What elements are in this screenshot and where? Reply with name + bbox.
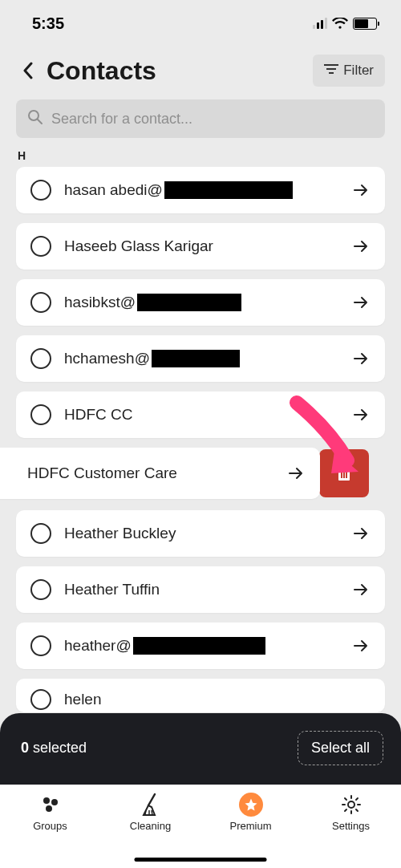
- contact-name: HDFC Customer Care: [27, 464, 273, 482]
- select-radio[interactable]: [30, 579, 51, 600]
- filter-label: Filter: [343, 63, 374, 79]
- contact-name: Haseeb Glass Karigar: [64, 237, 338, 255]
- svg-line-4: [38, 120, 42, 124]
- filter-button[interactable]: Filter: [313, 55, 385, 87]
- select-radio[interactable]: [30, 180, 51, 201]
- select-radio[interactable]: [30, 523, 51, 544]
- svg-rect-7: [342, 461, 346, 464]
- contact-row[interactable]: hasibkst@: [16, 279, 385, 326]
- svg-point-3: [29, 111, 38, 120]
- trash-icon: [334, 461, 354, 485]
- redacted: [152, 350, 240, 367]
- delete-button[interactable]: [319, 449, 369, 497]
- contact-name: heather@: [64, 637, 338, 655]
- select-radio[interactable]: [30, 635, 51, 656]
- chevron-right-icon[interactable]: [351, 293, 371, 312]
- status-icons: [313, 18, 377, 30]
- chevron-right-icon[interactable]: [351, 580, 371, 599]
- select-radio[interactable]: [30, 689, 51, 710]
- star-icon: [239, 793, 263, 817]
- page-title: Contacts: [47, 56, 303, 86]
- select-radio[interactable]: [30, 404, 51, 425]
- tab-label: Groups: [33, 820, 67, 832]
- contact-row[interactable]: Heather Buckley: [16, 510, 385, 557]
- svg-line-17: [152, 810, 152, 815]
- contact-name: hchamesh@: [64, 350, 338, 367]
- tab-label: Premium: [229, 820, 271, 832]
- selection-bar: 0 selected Select all: [0, 713, 401, 785]
- battery-icon: [353, 18, 377, 30]
- tab-settings[interactable]: Settings: [319, 793, 383, 832]
- svg-line-15: [145, 810, 146, 815]
- header: Contacts Filter: [0, 42, 401, 99]
- contact-row[interactable]: heather@: [16, 623, 385, 669]
- tab-groups[interactable]: Groups: [18, 793, 83, 832]
- search-input[interactable]: [51, 111, 374, 128]
- tab-label: Cleaning: [130, 820, 171, 832]
- contact-row[interactable]: hchamesh@: [16, 335, 385, 382]
- contacts-list[interactable]: hasan abedi@ Haseeb Glass Karigar hasibk…: [0, 167, 401, 712]
- tab-premium[interactable]: Premium: [219, 793, 283, 832]
- select-radio[interactable]: [30, 236, 51, 257]
- svg-point-13: [46, 805, 52, 812]
- status-time: 5:35: [32, 14, 64, 33]
- section-header: H: [0, 144, 401, 167]
- groups-icon: [38, 793, 63, 817]
- contact-row[interactable]: hasan abedi@: [16, 167, 385, 213]
- svg-point-18: [348, 801, 354, 808]
- select-all-button[interactable]: Select all: [298, 731, 383, 765]
- svg-line-14: [148, 794, 155, 805]
- wifi-icon: [332, 18, 348, 30]
- contact-name: hasan abedi@: [64, 181, 338, 199]
- gear-icon: [339, 793, 363, 817]
- chevron-right-icon[interactable]: [351, 524, 371, 543]
- search-field[interactable]: [16, 99, 385, 138]
- home-indicator[interactable]: [135, 858, 267, 862]
- selection-count: 0 selected: [21, 740, 87, 756]
- contact-name: hasibkst@: [64, 294, 338, 311]
- redacted: [137, 294, 241, 311]
- back-button[interactable]: [19, 62, 37, 79]
- chevron-right-icon[interactable]: [351, 237, 371, 256]
- chevron-right-icon[interactable]: [351, 636, 371, 655]
- select-radio[interactable]: [30, 292, 51, 313]
- chevron-right-icon[interactable]: [351, 405, 371, 424]
- status-bar: 5:35: [0, 0, 401, 42]
- svg-rect-6: [337, 464, 351, 466]
- contact-card-swiped[interactable]: HDFC Customer Care: [0, 448, 320, 499]
- contact-name: Heather Buckley: [64, 525, 338, 542]
- redacted: [133, 637, 265, 655]
- select-radio[interactable]: [30, 348, 51, 369]
- svg-rect-9: [343, 469, 345, 478]
- broom-icon: [139, 793, 163, 817]
- svg-point-12: [51, 799, 58, 805]
- contact-name: helen: [64, 691, 371, 708]
- signal-icon: [313, 18, 327, 29]
- svg-rect-8: [341, 469, 342, 478]
- contact-row[interactable]: helen: [16, 679, 385, 712]
- filter-icon: [324, 63, 338, 79]
- svg-point-11: [43, 797, 50, 804]
- redacted: [164, 181, 293, 199]
- contact-name: HDFC CC: [64, 406, 338, 424]
- chevron-right-icon[interactable]: [351, 180, 371, 200]
- contact-row-swiped[interactable]: HDFC Customer Care: [32, 448, 369, 501]
- contact-row[interactable]: Heather Tuffin: [16, 566, 385, 613]
- tab-cleaning[interactable]: Cleaning: [119, 793, 183, 832]
- chevron-right-icon[interactable]: [286, 464, 306, 483]
- search-icon: [27, 109, 43, 128]
- tab-bar: Groups Cleaning Premium Settings: [0, 785, 401, 868]
- contact-row[interactable]: Haseeb Glass Karigar: [16, 223, 385, 270]
- contact-row[interactable]: HDFC CC: [16, 391, 385, 438]
- contact-name: Heather Tuffin: [64, 581, 338, 598]
- chevron-right-icon[interactable]: [351, 349, 371, 368]
- tab-label: Settings: [332, 820, 370, 832]
- search-wrap: [0, 99, 401, 144]
- svg-rect-10: [346, 469, 347, 478]
